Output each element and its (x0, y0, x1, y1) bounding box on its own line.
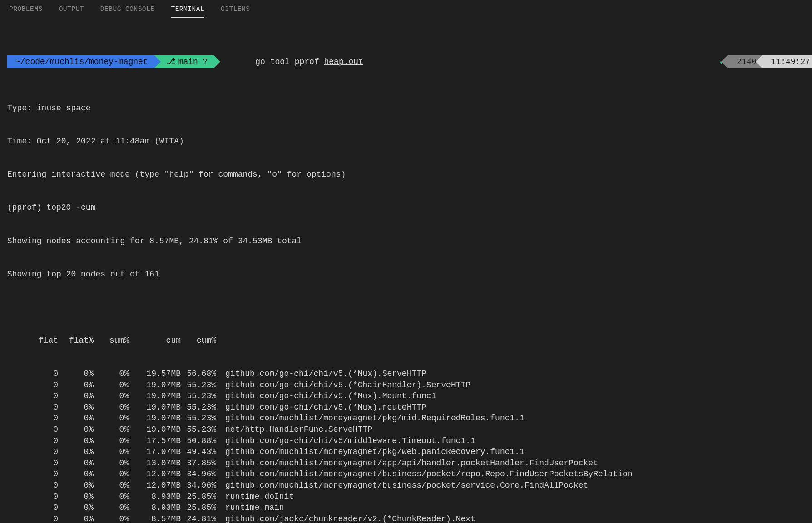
cell-flatp: 0% (58, 424, 94, 435)
pprof-header-line: Time: Oct 20, 2022 at 11:48am (WITA) (7, 136, 812, 147)
pprof-data-row: 00%0%8.93MB25.85%runtime.main (7, 502, 812, 513)
col-flatp-header: flat% (58, 335, 94, 346)
cell-cum: 8.57MB (129, 513, 181, 523)
prompt-path-segment: ~/code/muchlis/money-magnet (7, 55, 154, 68)
command-line: go tool pprof heap.out (226, 45, 363, 78)
prompt-branch-segment: ⎇ main ? (154, 55, 214, 68)
cell-fn: github.com/jackc/chunkreader/v2.(*ChunkR… (216, 513, 812, 523)
shell-prompt: ~/code/muchlis/money-magnet ⎇ main ? go … (7, 55, 812, 69)
cell-cum: 12.07MB (129, 480, 181, 491)
tab-terminal[interactable]: TERMINAL (171, 0, 204, 18)
tab-problems[interactable]: PROBLEMS (9, 0, 43, 18)
cell-fn: github.com/muchlist/moneymagnet/business… (216, 480, 812, 491)
cell-cum: 19.07MB (129, 424, 181, 435)
command-arg: heap.out (324, 57, 363, 66)
cell-cum: 8.93MB (129, 491, 181, 503)
cell-flat: 0 (7, 390, 58, 402)
status-time: 11:49:27 (762, 55, 812, 68)
cell-cum: 8.93MB (129, 502, 181, 513)
cell-fn: github.com/muchlist/moneymagnet/pkg/mid.… (216, 413, 812, 424)
command-prefix: go tool pprof (255, 57, 324, 66)
col-cum-header: cum (129, 335, 181, 346)
cell-flat: 0 (7, 380, 58, 391)
cell-fn: github.com/muchlist/moneymagnet/app/api/… (216, 458, 812, 469)
col-cump-header: cum% (181, 335, 216, 346)
cell-cump: 56.68% (181, 368, 216, 380)
cell-cump: 25.85% (181, 491, 216, 503)
cell-cump: 25.85% (181, 502, 216, 513)
cell-flat: 0 (7, 446, 58, 458)
cell-sump: 0% (94, 480, 129, 491)
col-flat-header: flat (7, 335, 58, 346)
pprof-data-row: 00%0%19.07MB55.23%github.com/muchlist/mo… (7, 413, 812, 424)
cell-flatp: 0% (58, 380, 94, 391)
tab-gitlens[interactable]: GITLENS (221, 0, 250, 18)
cell-sump: 0% (94, 469, 129, 480)
pprof-data-row: 00%0%19.07MB55.23%net/http.HandlerFunc.S… (7, 424, 812, 435)
cell-flat: 0 (7, 424, 58, 435)
pprof-data-row: 00%0%19.07MB55.23%github.com/go-chi/chi/… (7, 390, 812, 402)
cell-fn: github.com/muchlist/moneymagnet/business… (216, 469, 812, 480)
cell-flatp: 0% (58, 502, 94, 513)
cell-flatp: 0% (58, 368, 94, 380)
cell-sump: 0% (94, 435, 129, 447)
cell-fn: github.com/go-chi/chi/v5.(*Mux).ServeHTT… (216, 368, 812, 380)
cell-cump: 37.85% (181, 458, 216, 469)
cell-flat: 0 (7, 513, 58, 523)
cell-cum: 19.07MB (129, 380, 181, 391)
cell-sump: 0% (94, 424, 129, 435)
cell-flatp: 0% (58, 435, 94, 447)
cell-cump: 55.23% (181, 413, 216, 424)
cell-flat: 0 (7, 402, 58, 413)
cell-cum: 19.07MB (129, 413, 181, 424)
pprof-data-row: 00%0%17.57MB50.88%github.com/go-chi/chi/… (7, 435, 812, 447)
cell-flat: 0 (7, 458, 58, 469)
cell-sump: 0% (94, 458, 129, 469)
git-branch-icon: ⎇ (166, 56, 176, 67)
cell-cum: 17.07MB (129, 446, 181, 458)
prompt-path: ~/code/muchlis/money-magnet (15, 56, 148, 67)
pprof-data-row: 00%0%19.07MB55.23%github.com/go-chi/chi/… (7, 380, 812, 391)
prompt-right-status: ✔ 2140 11:49:27 (717, 55, 812, 68)
cell-flat: 0 (7, 435, 58, 447)
pprof-top-table: flat flat% sum% cum cum% 00%0%19.57MB56.… (7, 313, 812, 523)
tab-output[interactable]: OUTPUT (59, 0, 84, 18)
cell-fn: runtime.doInit (216, 491, 812, 503)
cell-flat: 0 (7, 413, 58, 424)
tab-debug-console[interactable]: DEBUG CONSOLE (100, 0, 155, 18)
cell-fn: github.com/go-chi/chi/v5/middleware.Time… (216, 435, 812, 447)
cell-cump: 24.81% (181, 513, 216, 523)
col-sump-header: sum% (94, 335, 129, 346)
pprof-data-row: 00%0%8.93MB25.85%runtime.doInit (7, 491, 812, 503)
pprof-data-row: 00%0%17.07MB49.43%github.com/muchlist/mo… (7, 446, 812, 458)
cell-flatp: 0% (58, 469, 94, 480)
cell-sump: 0% (94, 390, 129, 402)
cell-cum: 12.07MB (129, 469, 181, 480)
terminal-output[interactable]: ~/code/muchlis/money-magnet ⎇ main ? go … (0, 18, 812, 523)
cell-cump: 55.23% (181, 390, 216, 402)
col-fn-header (216, 335, 812, 346)
cell-cump: 55.23% (181, 380, 216, 391)
cell-flatp: 0% (58, 413, 94, 424)
cell-cump: 49.43% (181, 446, 216, 458)
cell-fn: github.com/go-chi/chi/v5.(*Mux).Mount.fu… (216, 390, 812, 402)
cell-cump: 34.96% (181, 469, 216, 480)
pprof-header-line: Entering interactive mode (type "help" f… (7, 169, 812, 180)
cell-flat: 0 (7, 368, 58, 380)
cell-flat: 0 (7, 469, 58, 480)
pprof-data-row: 00%0%13.07MB37.85%github.com/muchlist/mo… (7, 458, 812, 469)
cell-flatp: 0% (58, 446, 94, 458)
pprof-data-row: 00%0%19.57MB56.68%github.com/go-chi/chi/… (7, 368, 812, 380)
prompt-branch: main ? (178, 56, 208, 67)
cell-flat: 0 (7, 480, 58, 491)
cell-fn: runtime.main (216, 502, 812, 513)
cell-fn: github.com/muchlist/moneymagnet/pkg/web.… (216, 446, 812, 458)
cell-flatp: 0% (58, 480, 94, 491)
pprof-data-row: 00%0%12.07MB34.96%github.com/muchlist/mo… (7, 469, 812, 480)
pprof-data-row: 00%0%12.07MB34.96%github.com/muchlist/mo… (7, 480, 812, 491)
cell-sump: 0% (94, 513, 129, 523)
cell-sump: 0% (94, 491, 129, 503)
cell-cump: 55.23% (181, 424, 216, 435)
cell-flat: 0 (7, 491, 58, 503)
cell-sump: 0% (94, 502, 129, 513)
